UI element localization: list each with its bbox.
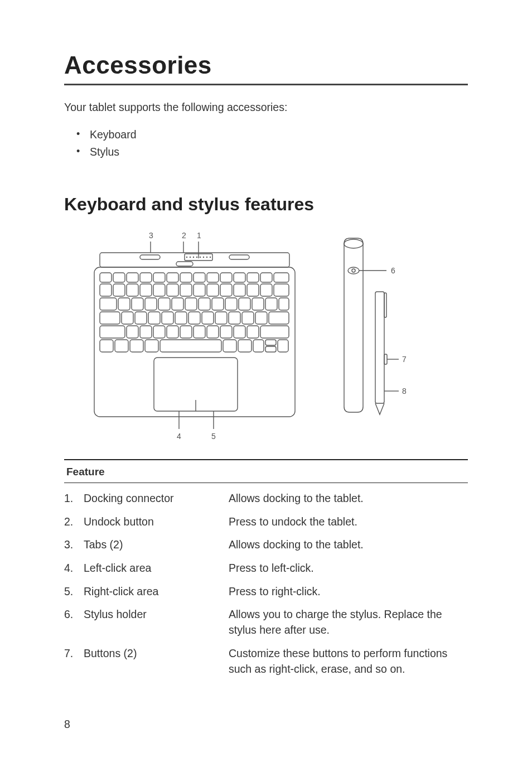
svg-point-13 bbox=[210, 257, 211, 258]
svg-rect-21 bbox=[153, 273, 165, 282]
svg-rect-15 bbox=[176, 262, 193, 266]
intro-text: Your tablet supports the following acces… bbox=[64, 101, 468, 114]
svg-rect-5 bbox=[229, 255, 249, 259]
svg-rect-41 bbox=[234, 284, 245, 296]
feature-description: Press to right-click. bbox=[229, 584, 468, 600]
callout-6: 6 bbox=[391, 266, 395, 275]
svg-point-7 bbox=[190, 257, 191, 258]
svg-rect-32 bbox=[113, 284, 125, 296]
feature-number: 3. bbox=[64, 537, 84, 553]
svg-rect-40 bbox=[220, 284, 232, 296]
callout-8: 8 bbox=[402, 387, 407, 396]
svg-rect-29 bbox=[260, 273, 272, 282]
svg-rect-54 bbox=[225, 298, 237, 310]
svg-rect-47 bbox=[132, 298, 143, 310]
svg-rect-91 bbox=[253, 340, 264, 352]
svg-rect-88 bbox=[160, 340, 221, 352]
svg-rect-90 bbox=[238, 340, 252, 352]
svg-rect-44 bbox=[274, 284, 289, 296]
svg-rect-20 bbox=[140, 273, 152, 282]
table-row: 3. Tabs (2) Allows docking to the tablet… bbox=[64, 537, 468, 553]
svg-rect-22 bbox=[167, 273, 178, 282]
svg-rect-48 bbox=[145, 298, 157, 310]
feature-description: Allows docking to the tablet. bbox=[229, 537, 468, 553]
svg-point-8 bbox=[193, 257, 194, 258]
svg-rect-77 bbox=[180, 326, 192, 338]
feature-number: 4. bbox=[64, 561, 84, 576]
svg-point-101 bbox=[352, 269, 355, 272]
feature-description: Allows you to charge the stylus. Replace… bbox=[229, 607, 468, 638]
svg-point-10 bbox=[200, 257, 201, 258]
svg-point-6 bbox=[186, 257, 187, 258]
svg-rect-87 bbox=[145, 340, 158, 352]
feature-name: Buttons (2) bbox=[84, 646, 229, 662]
svg-rect-53 bbox=[212, 298, 224, 310]
svg-rect-56 bbox=[252, 298, 264, 310]
svg-rect-67 bbox=[215, 312, 227, 324]
svg-rect-31 bbox=[100, 284, 112, 296]
svg-rect-76 bbox=[167, 326, 178, 338]
svg-rect-24 bbox=[194, 273, 205, 282]
svg-rect-92 bbox=[265, 340, 276, 345]
svg-rect-86 bbox=[130, 340, 143, 352]
svg-rect-37 bbox=[180, 284, 192, 296]
svg-rect-79 bbox=[207, 326, 219, 338]
svg-rect-69 bbox=[242, 312, 254, 324]
svg-rect-103 bbox=[375, 292, 384, 403]
svg-rect-58 bbox=[279, 298, 289, 310]
svg-rect-35 bbox=[153, 284, 165, 296]
svg-rect-39 bbox=[207, 284, 219, 296]
svg-rect-43 bbox=[260, 284, 272, 296]
svg-rect-38 bbox=[194, 284, 205, 296]
svg-rect-30 bbox=[274, 273, 289, 282]
svg-rect-28 bbox=[247, 273, 259, 282]
svg-rect-70 bbox=[255, 312, 267, 324]
callout-1: 1 bbox=[197, 231, 201, 240]
table-row: 4. Left-click area Press to left-click. bbox=[64, 561, 468, 576]
feature-description: Customize these buttons to perform funct… bbox=[229, 646, 468, 677]
svg-rect-25 bbox=[207, 273, 219, 282]
svg-rect-42 bbox=[247, 284, 259, 296]
svg-rect-71 bbox=[269, 312, 289, 324]
feature-table-header: Feature bbox=[64, 459, 468, 483]
feature-name: Stylus holder bbox=[84, 607, 229, 623]
svg-rect-17 bbox=[100, 273, 112, 282]
feature-name: Undock button bbox=[84, 514, 229, 530]
feature-number: 2. bbox=[64, 514, 84, 530]
callout-4: 4 bbox=[177, 432, 181, 441]
svg-rect-50 bbox=[172, 298, 183, 310]
feature-number: 5. bbox=[64, 584, 84, 600]
svg-rect-84 bbox=[100, 340, 113, 352]
feature-description: Allows docking to the tablet. bbox=[229, 491, 468, 507]
svg-rect-63 bbox=[162, 312, 173, 324]
svg-point-9 bbox=[196, 257, 197, 258]
svg-rect-36 bbox=[167, 284, 178, 296]
feature-description: Press to left-click. bbox=[229, 561, 468, 576]
svg-rect-27 bbox=[234, 273, 245, 282]
callout-5: 5 bbox=[211, 432, 216, 441]
svg-rect-81 bbox=[234, 326, 245, 338]
svg-point-100 bbox=[348, 267, 359, 274]
svg-rect-82 bbox=[247, 326, 259, 338]
svg-rect-23 bbox=[180, 273, 192, 282]
svg-point-12 bbox=[206, 257, 207, 258]
section-title: Keyboard and stylus features bbox=[64, 194, 468, 215]
svg-rect-75 bbox=[153, 326, 165, 338]
keyboard-diagram: 3 2 1 bbox=[90, 230, 302, 442]
svg-rect-65 bbox=[188, 312, 200, 324]
table-row: 2. Undock button Press to undock the tab… bbox=[64, 514, 468, 530]
svg-rect-26 bbox=[220, 273, 232, 282]
svg-rect-59 bbox=[100, 312, 120, 324]
svg-rect-93 bbox=[265, 346, 276, 352]
feature-name: Right-click area bbox=[84, 584, 229, 600]
table-row: 7. Buttons (2) Customize these buttons t… bbox=[64, 646, 468, 677]
svg-rect-66 bbox=[202, 312, 214, 324]
svg-rect-60 bbox=[122, 312, 133, 324]
svg-point-99 bbox=[344, 239, 363, 248]
svg-rect-52 bbox=[199, 298, 210, 310]
feature-name: Tabs (2) bbox=[84, 537, 229, 553]
svg-rect-64 bbox=[175, 312, 187, 324]
callout-2: 2 bbox=[182, 231, 186, 240]
svg-rect-45 bbox=[100, 298, 117, 310]
feature-number: 6. bbox=[64, 607, 84, 623]
